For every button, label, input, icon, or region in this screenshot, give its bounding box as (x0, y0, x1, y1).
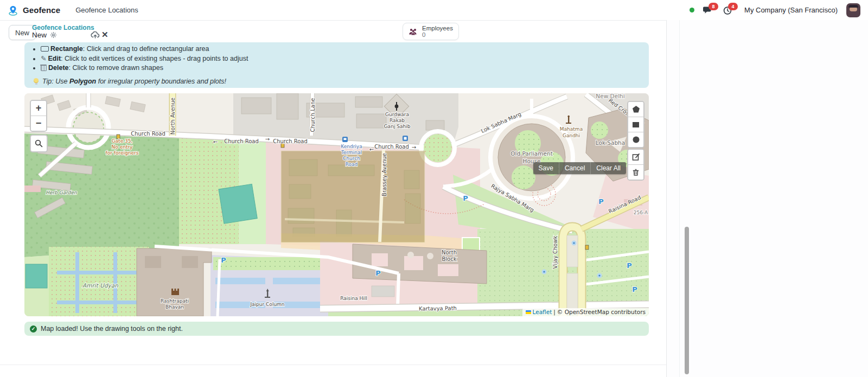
navbar: Geofence Geofence Locations 8 4 My Compa… (0, 0, 868, 21)
map-label-gate-35: Gate 35, (112, 138, 133, 144)
page-scrollbar[interactable] (685, 227, 689, 374)
draw-toolbar (627, 101, 644, 148)
zoom-control: + − (30, 100, 47, 132)
edit-shapes-button[interactable] (628, 150, 643, 164)
leaflet-link[interactable]: Leaflet (533, 309, 552, 315)
map-label-lok-sabha: Lok Sabha (596, 139, 625, 146)
svg-text:Ganj Sahib: Ganj Sahib (384, 124, 411, 129)
delete-shapes-icon (632, 168, 640, 176)
leaflet-map[interactable]: Church Road ← Church Road → Church Road … (24, 93, 649, 316)
map-label-kartavya-path: Kartavya Path (419, 305, 457, 311)
map-label-plot-256a: 256-A (634, 210, 648, 215)
arrow-right-icon: → (265, 136, 270, 142)
edit-toolbar (627, 149, 644, 181)
ukraine-flag-icon (526, 310, 531, 314)
parking-marker: P (375, 269, 381, 277)
arrow-left-icon: ← (369, 146, 374, 152)
circle-tool-icon (632, 136, 640, 144)
close-icon[interactable]: ✕ (101, 30, 108, 40)
magnifier-icon (35, 139, 43, 148)
svg-text:Gandhi: Gandhi (563, 133, 580, 138)
map-pin-logo-icon (8, 5, 18, 16)
map-label-church-road: Church Road (131, 131, 165, 137)
map-label-church-road: Church Road (224, 138, 259, 144)
doc-title: New (32, 31, 47, 39)
map-label-new-delhi: New Delhi (596, 93, 624, 99)
cancel-button[interactable]: Cancel (559, 162, 590, 174)
map-tiles: Church Road ← Church Road → Church Road … (24, 93, 649, 316)
avatar[interactable] (846, 3, 860, 17)
brand-name: Geofence (23, 5, 60, 15)
osm-attribution[interactable]: © OpenStreetMap contributors (557, 309, 646, 315)
draw-circle-button[interactable] (628, 132, 643, 147)
svg-text:Road: Road (346, 162, 358, 167)
zoom-out-button[interactable]: − (31, 116, 46, 131)
parking-marker: P (627, 261, 632, 270)
map-label-herb-garden: Herb Garden (46, 190, 77, 195)
parking-marker: P (221, 256, 226, 264)
draw-polygon-button[interactable] (628, 102, 643, 117)
breadcrumb-doctype[interactable]: Geofence Locations (32, 24, 94, 31)
arrow-right-icon: → (412, 144, 416, 150)
map-attribution: Leaflet | © OpenStreetMap contributors (522, 308, 649, 316)
polygon-tool-icon (632, 105, 640, 113)
instructions-list: Rectangle: Click and drag to define rect… (24, 44, 649, 73)
clear-all-button[interactable]: Clear All (590, 162, 626, 174)
reminder-badge: 4 (728, 3, 738, 10)
instructions-panel: Rectangle: Click and drag to define rect… (24, 42, 649, 88)
map-label-old-parliament: Old Parliament (510, 150, 553, 157)
svg-text:for foreigners: for foreigners (106, 150, 139, 156)
reminder-button[interactable]: 4 (723, 5, 733, 15)
map-label-north-avenue: North Avenue (170, 98, 176, 135)
map-label-rashtrapati-bhavan: Rashtrapati (161, 298, 189, 304)
svg-text:No entry: No entry (112, 144, 133, 150)
svg-text:Terminal: Terminal (341, 150, 362, 155)
map-label-amrit-udyan: Amrit Udyan (82, 282, 118, 289)
chat-button[interactable]: 8 (703, 5, 714, 15)
rectangle-icon (41, 46, 49, 52)
bulb-icon (34, 78, 39, 85)
company-selector[interactable]: My Company (San Francisco) (744, 6, 838, 14)
svg-text:Rakab: Rakab (390, 118, 405, 123)
gear-icon[interactable] (50, 31, 57, 39)
draw-actions-bar: Save Cancel Clear All (533, 162, 626, 174)
parking-marker: P (598, 197, 604, 206)
map-label-raisina-hill: Raisina Hill (340, 296, 367, 301)
breadcrumb-doc: New (32, 31, 57, 39)
search-button[interactable] (30, 135, 48, 152)
arrow-left-icon: ← (213, 139, 218, 145)
delete-shapes-button[interactable] (628, 164, 643, 180)
edit-vertices-icon (632, 153, 640, 161)
pencil-icon: ✎ (41, 54, 46, 62)
employees-card[interactable]: Employees 0 (403, 23, 459, 40)
instruction-delete: Delete: Click to remove drawn shapes (41, 63, 649, 73)
tip-row: Tip: Use Polygon for irregular property … (34, 78, 649, 85)
save-button[interactable]: Save (533, 162, 559, 174)
app-logo[interactable]: Geofence (8, 5, 60, 16)
svg-text:Church: Church (343, 156, 360, 161)
cloud-upload-icon[interactable] (91, 31, 100, 39)
parking-marker: P (632, 285, 637, 293)
employees-count: 0 (422, 31, 453, 38)
map-label-kendriya-terminal: Kendriya (341, 144, 362, 149)
right-panel (667, 20, 868, 377)
map-label-brassey-avenue: Brassey Avenue (381, 153, 387, 196)
map-label-church-road: Church Road (273, 138, 308, 144)
nav-item-geofence-locations[interactable]: Geofence Locations (75, 6, 138, 14)
svg-text:Bhavan: Bhavan (165, 304, 184, 310)
form-right-border (666, 20, 667, 377)
instruction-edit: ✎Edit: Click to edit vertices of existin… (41, 54, 649, 63)
attribution-separator: | (553, 309, 556, 315)
employees-label: Employees (422, 25, 453, 31)
draw-rectangle-button[interactable] (628, 117, 643, 132)
rectangle-tool-icon (632, 121, 640, 129)
zoom-in-button[interactable]: + (31, 101, 46, 116)
map-label-jaipur-column: Jaipur Column (250, 302, 284, 307)
map-label-gurdwara: Gurdwara (385, 112, 409, 117)
map-label-church-road: Church Road (374, 144, 409, 150)
chat-badge: 8 (709, 3, 718, 10)
gutter-border (679, 20, 680, 377)
instruction-rectangle: Rectangle: Click and drag to define rect… (41, 44, 649, 54)
online-status-dot (690, 8, 694, 12)
map-label-north-block: North (442, 250, 457, 255)
